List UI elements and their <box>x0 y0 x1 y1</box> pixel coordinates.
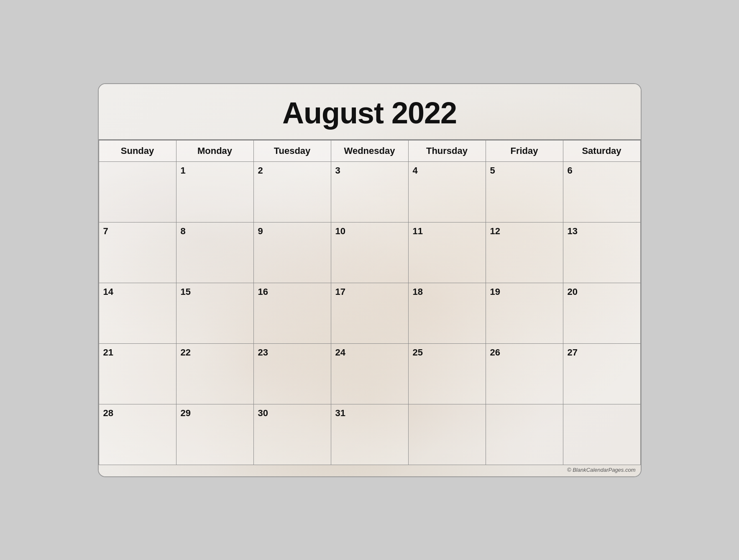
day-cell-4: 4 <box>408 161 486 222</box>
watermark: © BlankCalendarPages.com <box>99 465 641 476</box>
calendar-weekday-header: SundayMondayTuesdayWednesdayThursdayFrid… <box>99 140 640 161</box>
weekday-header-tuesday: Tuesday <box>253 140 331 161</box>
day-cell-16: 16 <box>253 283 331 343</box>
empty-cell <box>486 404 563 465</box>
weekday-header-thursday: Thursday <box>408 140 486 161</box>
day-cell-17: 17 <box>331 283 408 343</box>
day-cell-8: 8 <box>176 222 253 283</box>
day-cell-21: 21 <box>99 343 176 404</box>
day-cell-11: 11 <box>408 222 486 283</box>
day-cell-27: 27 <box>563 343 640 404</box>
empty-cell <box>563 404 640 465</box>
day-cell-5: 5 <box>486 161 563 222</box>
day-cell-24: 24 <box>331 343 408 404</box>
empty-cell <box>99 161 176 222</box>
calendar-inner: August 2022 SundayMondayTuesdayWednesday… <box>99 84 641 476</box>
weekday-header-friday: Friday <box>486 140 563 161</box>
day-cell-23: 23 <box>253 343 331 404</box>
empty-cell <box>408 404 486 465</box>
calendar-container: August 2022 SundayMondayTuesdayWednesday… <box>98 83 642 477</box>
day-cell-25: 25 <box>408 343 486 404</box>
week-row-4: 21222324252627 <box>99 343 640 404</box>
calendar-body: 1234567891011121314151617181920212223242… <box>99 161 640 465</box>
day-cell-29: 29 <box>176 404 253 465</box>
day-cell-1: 1 <box>176 161 253 222</box>
day-cell-15: 15 <box>176 283 253 343</box>
day-cell-6: 6 <box>563 161 640 222</box>
weekday-header-wednesday: Wednesday <box>331 140 408 161</box>
day-cell-19: 19 <box>486 283 563 343</box>
weekday-header-sunday: Sunday <box>99 140 176 161</box>
weekday-row: SundayMondayTuesdayWednesdayThursdayFrid… <box>99 140 640 161</box>
day-cell-31: 31 <box>331 404 408 465</box>
weekday-header-monday: Monday <box>176 140 253 161</box>
day-cell-12: 12 <box>486 222 563 283</box>
day-cell-22: 22 <box>176 343 253 404</box>
weekday-header-saturday: Saturday <box>563 140 640 161</box>
day-cell-20: 20 <box>563 283 640 343</box>
week-row-2: 78910111213 <box>99 222 640 283</box>
day-cell-13: 13 <box>563 222 640 283</box>
day-cell-30: 30 <box>253 404 331 465</box>
day-cell-18: 18 <box>408 283 486 343</box>
week-row-5: 28293031 <box>99 404 640 465</box>
day-cell-10: 10 <box>331 222 408 283</box>
day-cell-26: 26 <box>486 343 563 404</box>
day-cell-2: 2 <box>253 161 331 222</box>
day-cell-14: 14 <box>99 283 176 343</box>
week-row-3: 14151617181920 <box>99 283 640 343</box>
week-row-1: 123456 <box>99 161 640 222</box>
day-cell-3: 3 <box>331 161 408 222</box>
day-cell-28: 28 <box>99 404 176 465</box>
day-cell-9: 9 <box>253 222 331 283</box>
calendar-header: August 2022 <box>99 84 641 140</box>
day-cell-7: 7 <box>99 222 176 283</box>
calendar-title: August 2022 <box>107 96 632 130</box>
calendar-grid: SundayMondayTuesdayWednesdayThursdayFrid… <box>99 140 641 465</box>
